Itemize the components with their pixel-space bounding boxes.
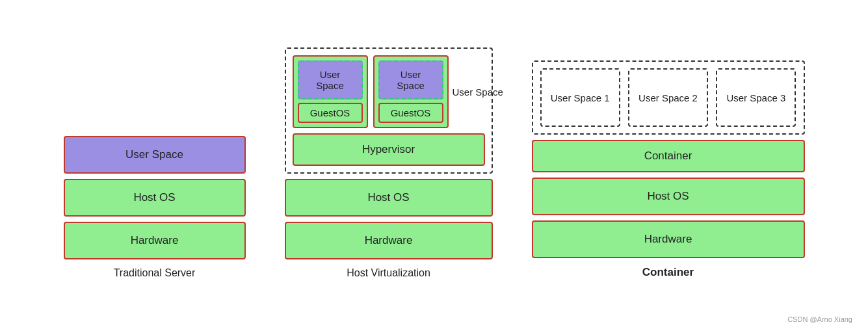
- watermark: CSDN @Arno Xiang: [787, 315, 852, 323]
- vm-row: User Space GuestOS User Space GuestOS: [293, 55, 449, 128]
- col3-host-os: Host OS: [532, 178, 805, 215]
- col-host-virtualization: User Space GuestOS User Space GuestOS Us…: [285, 47, 493, 279]
- col1-hardware: Hardware: [64, 222, 246, 259]
- col1-host-os: Host OS: [64, 179, 246, 217]
- col3-container: Container: [532, 140, 805, 172]
- vm-block-2: User Space GuestOS: [373, 55, 449, 128]
- col3-stack: User Space 1 User Space 2 User Space 3 C…: [532, 60, 805, 258]
- user-space-1: User Space 1: [540, 68, 620, 127]
- vm1-guest-os: GuestOS: [298, 103, 363, 123]
- col1-stack: User Space Host OS Hardware: [64, 136, 246, 259]
- vm2-guest-os: GuestOS: [378, 103, 443, 123]
- col2-hardware: Hardware: [285, 222, 493, 259]
- vm2-user-space: User Space: [378, 60, 443, 99]
- col2-hypervisor: Hypervisor: [293, 133, 485, 166]
- vm-dashed-container: User Space GuestOS User Space GuestOS Us…: [285, 47, 493, 174]
- col2-stack: User Space GuestOS User Space GuestOS Us…: [285, 47, 493, 259]
- user-space-3: User Space 3: [716, 68, 796, 127]
- vm1-user-space: User Space: [298, 60, 363, 99]
- col-traditional-server: User Space Host OS Hardware Traditional …: [64, 136, 246, 279]
- vm-row-wrap: User Space GuestOS User Space GuestOS Us…: [293, 55, 485, 128]
- col2-host-os: Host OS: [285, 179, 493, 217]
- col1-label: Traditional Server: [64, 267, 246, 279]
- vm-block-1: User Space GuestOS: [293, 55, 368, 128]
- col3-hardware: Hardware: [532, 220, 805, 258]
- col2-label: Host Virtualization: [285, 267, 493, 279]
- col-container: User Space 1 User Space 2 User Space 3 C…: [532, 60, 805, 279]
- col3-label: Container: [532, 266, 805, 279]
- diagram-container: User Space Host OS Hardware Traditional …: [0, 0, 868, 331]
- col1-user-space: User Space: [64, 136, 246, 174]
- container-dashed-outer: User Space 1 User Space 2 User Space 3: [532, 60, 805, 135]
- user-space-2: User Space 2: [628, 68, 708, 127]
- col2-user-space-label: User Space: [449, 86, 503, 98]
